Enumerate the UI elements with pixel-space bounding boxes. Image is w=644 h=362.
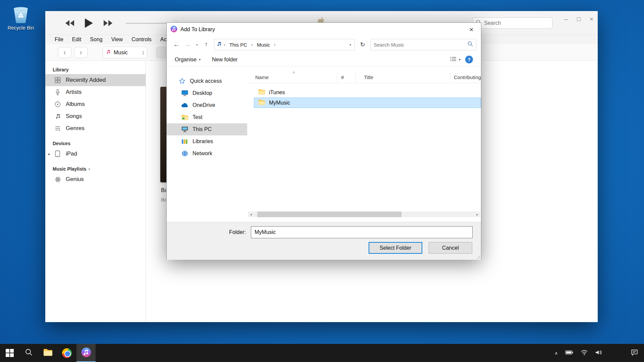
taskbar-search-button[interactable]	[19, 344, 38, 362]
start-button[interactable]	[0, 344, 19, 362]
nav-item-this-pc[interactable]: This PC	[167, 123, 247, 135]
itunes-sidebar: Library Recently Added Artists	[45, 61, 146, 322]
music-note-icon	[106, 49, 111, 56]
fast-forward-button[interactable]	[104, 20, 112, 26]
minimize-icon[interactable]: –	[562, 15, 570, 23]
resize-grip[interactable]	[476, 254, 480, 259]
folder-name-input[interactable]	[251, 226, 473, 238]
folder-icon	[43, 349, 53, 357]
microphone-icon	[54, 89, 61, 95]
scrollbar-thumb[interactable]	[257, 212, 401, 217]
menu-edit[interactable]: Edit	[72, 37, 82, 43]
sidebar-item-genius[interactable]: Genius	[45, 173, 146, 185]
itunes-search-input[interactable]	[484, 20, 553, 26]
maximize-icon[interactable]: □	[575, 15, 583, 23]
recycle-bin[interactable]: Recycle Bin	[5, 5, 36, 31]
sidebar-item-recently-added[interactable]: Recently Added	[45, 74, 146, 86]
dialog-title: Add To Library	[180, 26, 215, 33]
itunes-back-button[interactable]: ‹	[58, 47, 71, 58]
taskbar-file-explorer-button[interactable]	[38, 344, 57, 362]
nav-item-onedrive[interactable]: OneDrive	[167, 99, 247, 111]
select-folder-button[interactable]: Select Folder	[369, 242, 422, 254]
nav-item-desktop[interactable]: Desktop	[167, 87, 247, 99]
breadcrumb-music[interactable]: Music	[255, 42, 272, 48]
file-list: ∧ Name # Title Contributing artists iTun…	[247, 66, 481, 222]
hidden-icons-chevron-icon[interactable]: ∧	[554, 351, 558, 356]
chevron-right-icon: ›	[273, 42, 277, 47]
action-center-icon[interactable]	[631, 349, 638, 357]
genres-icon	[54, 125, 61, 131]
scroll-left-icon[interactable]: ◂	[248, 213, 254, 216]
windows-logo-icon	[6, 349, 14, 357]
file-row-itunes[interactable]: iTunes	[254, 87, 481, 98]
grid-icon	[54, 77, 61, 83]
dialog-titlebar[interactable]: Add To Library ×	[167, 23, 481, 36]
organise-button[interactable]: Organise ▾	[175, 57, 201, 63]
dialog-search-input[interactable]	[374, 42, 468, 48]
chevron-down-icon: ▾	[88, 167, 90, 171]
music-note-icon	[54, 114, 61, 119]
devices-section-header: Devices	[45, 139, 146, 148]
nav-item-quick-access[interactable]: Quick access	[167, 75, 247, 87]
menu-controls[interactable]: Controls	[131, 37, 152, 43]
star-icon	[178, 78, 186, 84]
address-dropdown-icon[interactable]: ▾	[350, 43, 352, 47]
sort-caret-icon: ∧	[292, 70, 295, 74]
details-view-icon	[450, 57, 457, 63]
taskbar-chrome-button[interactable]	[57, 344, 76, 362]
up-arrow-icon[interactable]: ↑	[201, 41, 211, 48]
file-row-mymusic[interactable]: MyMusic	[254, 98, 481, 108]
rewind-button[interactable]	[65, 20, 74, 26]
nav-item-network[interactable]: Network	[167, 147, 247, 160]
column-name[interactable]: Name	[255, 74, 269, 80]
dialog-search-box[interactable]	[370, 39, 476, 50]
dialog-bottom-bar: Folder: Select Folder Cancel	[167, 222, 481, 260]
horizontal-scrollbar[interactable]: ◂ ▸	[248, 212, 480, 217]
view-mode-button[interactable]: ▾	[450, 57, 461, 63]
sidebar-item-albums[interactable]: Albums	[45, 98, 146, 110]
refresh-icon[interactable]: ↻	[358, 41, 368, 48]
recycle-bin-label: Recycle Bin	[5, 25, 36, 31]
forward-arrow-icon[interactable]: →	[183, 41, 193, 48]
expander-icon[interactable]: ▸	[48, 152, 50, 156]
sidebar-item-artists[interactable]: Artists	[45, 86, 146, 98]
help-icon[interactable]: ?	[465, 56, 473, 63]
column-contributing-artists[interactable]: Contributing artists	[454, 74, 481, 80]
artwork-placeholder-icon[interactable]	[156, 47, 168, 58]
new-folder-button[interactable]: New folder	[212, 57, 237, 63]
volume-icon[interactable]	[595, 350, 603, 357]
close-icon[interactable]: ×	[587, 15, 596, 23]
libraries-icon	[181, 139, 189, 144]
back-arrow-icon[interactable]: ←	[171, 41, 181, 48]
column-number[interactable]: #	[341, 74, 344, 80]
battery-icon[interactable]	[565, 350, 573, 356]
nav-item-libraries[interactable]: Libraries	[167, 135, 247, 147]
history-dropdown-icon[interactable]: ▾	[194, 43, 200, 47]
play-button[interactable]	[85, 18, 93, 28]
scroll-right-icon[interactable]: ▸	[474, 213, 480, 216]
menu-view[interactable]: View	[111, 37, 123, 43]
itunes-search-box[interactable]	[472, 17, 552, 29]
library-selector[interactable]: Music ▴▾	[103, 47, 147, 58]
search-icon	[25, 348, 33, 358]
taskbar-itunes-button[interactable]	[76, 344, 96, 362]
menu-file[interactable]: File	[55, 37, 63, 43]
music-folder-icon	[217, 41, 222, 48]
breadcrumb-this-pc[interactable]: This PC	[227, 42, 249, 48]
sidebar-item-ipad[interactable]: ▸ iPad	[45, 148, 146, 160]
sidebar-item-songs[interactable]: Songs	[45, 110, 146, 122]
menu-song[interactable]: Song	[90, 37, 102, 43]
wifi-icon[interactable]	[581, 350, 588, 357]
search-icon[interactable]	[468, 41, 473, 48]
dialog-close-icon[interactable]: ×	[462, 23, 481, 36]
nav-item-test[interactable]: Test	[167, 111, 247, 123]
music-playlists-header[interactable]: Music Playlists ▾	[45, 165, 146, 173]
library-section-header: Library	[45, 65, 146, 74]
sidebar-item-genres[interactable]: Genres	[45, 122, 146, 134]
breadcrumb[interactable]: › This PC › Music › ▾	[214, 39, 355, 50]
folder-icon	[181, 115, 189, 120]
chevron-left-icon: ‹	[63, 48, 66, 57]
cancel-button[interactable]: Cancel	[429, 242, 472, 254]
itunes-forward-button[interactable]: ›	[74, 47, 88, 58]
column-title[interactable]: Title	[364, 74, 373, 80]
